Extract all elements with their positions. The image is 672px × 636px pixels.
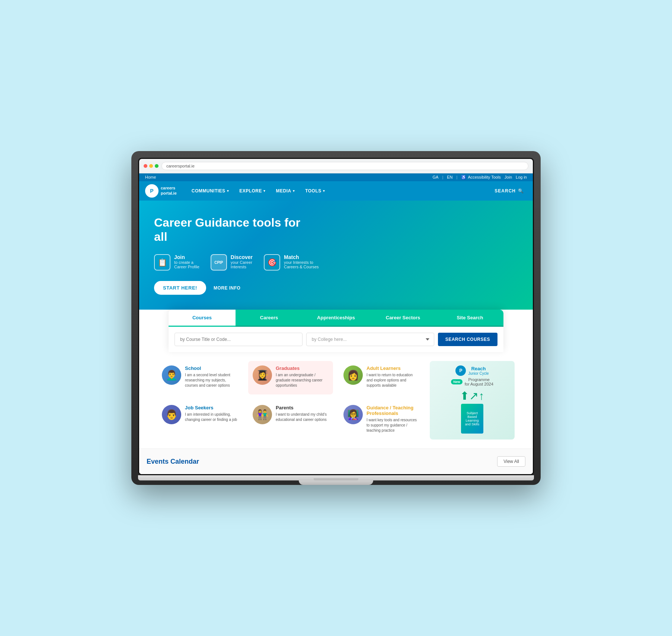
tab-site-search[interactable]: Site Search	[436, 310, 503, 327]
join-desc: to create aCareer Profile	[174, 260, 199, 269]
logo-text: careersportal.ie	[161, 186, 177, 195]
tabs-container: Courses Careers Apprenticeships Career S…	[169, 310, 503, 352]
programme-label: Programmefor August 2024	[465, 377, 493, 386]
nav-items: COMMUNITIES ▾ EXPLORE ▾ MEDIA ▾ TooLS ▾	[186, 183, 492, 199]
graduate-icon: 👩‍🎓	[256, 370, 268, 381]
more-info-link[interactable]: MORE INFO	[214, 285, 241, 291]
discover-label: Discover	[231, 254, 253, 260]
guidance-desc: I want key tools and resources to suppor…	[367, 418, 419, 433]
reach-logo: P	[455, 365, 466, 376]
school-title: School	[185, 365, 238, 371]
nav-communities[interactable]: COMMUNITIES ▾	[186, 183, 234, 199]
guidance-avatar: 👩‍🏫	[343, 405, 363, 424]
match-icon: 🎯	[264, 254, 280, 271]
wheelchair-icon: ♿	[461, 175, 466, 180]
tab-careers[interactable]: Careers	[236, 310, 303, 327]
cards-grid: 👨‍🦱 School I am a second level student r…	[157, 361, 515, 440]
join-icon: 📋	[154, 254, 170, 271]
minimize-dot[interactable]	[149, 164, 153, 168]
tabs: Courses Careers Apprenticeships Career S…	[169, 310, 503, 327]
reach-title: Reach	[468, 366, 489, 371]
graduates-desc: I am an undergraduate / graduate researc…	[276, 373, 329, 388]
search-row: by College here... SEARCH COURSES	[169, 327, 503, 352]
person-icon: 👨‍🦱	[166, 370, 177, 381]
tab-courses[interactable]: Courses	[169, 310, 236, 327]
utility-bar: Home GA | EN | ♿ Accessibility Tools Joi…	[139, 173, 533, 181]
logo-circle: P	[145, 184, 159, 198]
browser-dots	[144, 164, 159, 168]
adult-desc: I want to return to education and explor…	[367, 373, 419, 388]
website: Home GA | EN | ♿ Accessibility Tools Joi…	[139, 173, 533, 474]
laptop-base	[138, 475, 534, 480]
reach-card[interactable]: P Reach Junior Cycle New Programmefor Au…	[430, 361, 515, 440]
nav-media[interactable]: MEDIA ▾	[271, 183, 300, 199]
jobseeker-desc: I am interested in upskilling, changing …	[185, 412, 238, 422]
en-link[interactable]: EN	[447, 175, 452, 179]
graduates-card[interactable]: 👩‍🎓 Graduates I am an undergraduate / gr…	[248, 361, 333, 394]
join-link[interactable]: Join	[505, 175, 512, 179]
jobseeker-title: Job Seekers	[185, 405, 238, 410]
teacher-icon: 👩‍🏫	[347, 409, 359, 421]
jobseeker-icon: 👨	[166, 409, 177, 421]
hero-features: 📋 Join to create aCareer Profile CPIP Di…	[154, 254, 518, 271]
adult-learners-card[interactable]: 👩 Adult Learners I want to return to edu…	[339, 361, 424, 394]
ga-link[interactable]: GA	[432, 175, 438, 179]
cpip-icon: CPIP	[211, 254, 227, 271]
adult-avatar: 👩	[343, 365, 363, 385]
view-all-button[interactable]: View All	[497, 456, 525, 467]
url-bar[interactable]: careersportal.ie	[161, 162, 528, 170]
reach-graphic: Subject Based Learning and Skills	[461, 404, 483, 434]
maximize-dot[interactable]	[155, 164, 159, 168]
adult-icon: 👩	[347, 370, 359, 381]
match-label: Match	[284, 254, 319, 260]
college-select[interactable]: by College here...	[306, 333, 434, 346]
junior-cycle-label: Junior Cycle	[468, 371, 489, 375]
accessibility-button[interactable]: ♿ Accessibility Tools	[461, 175, 500, 180]
graduates-title: Graduates	[276, 365, 329, 371]
adult-title: Adult Learners	[367, 365, 419, 371]
search-icon: 🔍	[518, 188, 524, 194]
chevron-down-icon: ▾	[293, 189, 295, 193]
tab-career-sectors[interactable]: Career Sectors	[369, 310, 436, 327]
close-dot[interactable]	[144, 164, 147, 168]
job-seekers-card[interactable]: 👨 Job Seekers I am interested in upskill…	[157, 400, 242, 440]
arrows-icon: ⬆↗↑	[451, 389, 493, 402]
events-section: Events Calendar View All	[139, 448, 533, 474]
search-courses-button[interactable]: SEARCH COURSES	[438, 333, 497, 346]
parents-title: Parents	[276, 405, 329, 410]
match-desc: your Interests toCareers & Courses	[284, 260, 319, 269]
laptop-stand	[299, 480, 373, 485]
tab-apprenticeships[interactable]: Apprenticeships	[303, 310, 369, 327]
search-button[interactable]: SEARCH 🔍	[492, 185, 527, 196]
login-link[interactable]: Log in	[516, 175, 527, 179]
course-search-input[interactable]	[175, 333, 303, 346]
hero-feature-join: 📋 Join to create aCareer Profile	[154, 254, 199, 271]
school-avatar: 👨‍🦱	[162, 365, 181, 385]
school-desc: I am a second level student researching …	[185, 373, 238, 388]
start-here-button[interactable]: START HERE!	[154, 281, 206, 295]
nav-explore[interactable]: EXPLORE ▾	[234, 183, 271, 199]
parents-desc: I want to understand my child's educatio…	[276, 412, 329, 422]
parents-card[interactable]: 👫 Parents I want to understand my child'…	[248, 400, 333, 440]
guidance-card[interactable]: 👩‍🏫 Guidance / Teaching Professionals I …	[339, 400, 424, 440]
parents-avatar: 👫	[253, 405, 272, 424]
utility-right: GA | EN | ♿ Accessibility Tools Join Log…	[432, 175, 527, 180]
school-card[interactable]: 👨‍🦱 School I am a second level student r…	[157, 361, 242, 394]
home-link[interactable]: Home	[145, 175, 156, 179]
cards-section: 👨‍🦱 School I am a second level student r…	[139, 352, 533, 448]
discover-desc: your CareerInterests	[231, 260, 253, 269]
main-nav: P careersportal.ie COMMUNITIES ▾ EXPLORE…	[139, 181, 533, 201]
chevron-down-icon: ▾	[263, 189, 266, 193]
hero-feature-discover: CPIP Discover your CareerInterests	[211, 254, 253, 271]
hero-title: Career Guidance tools for all	[154, 215, 303, 244]
nav-tools[interactable]: TooLS ▾	[300, 183, 330, 199]
guidance-title: Guidance / Teaching Professionals	[367, 405, 419, 416]
hero-feature-match: 🎯 Match your Interests toCareers & Cours…	[264, 254, 319, 271]
logo[interactable]: P careersportal.ie	[145, 181, 183, 201]
join-label: Join	[174, 254, 199, 260]
events-title: Events Calendar	[147, 458, 199, 466]
chevron-down-icon: ▾	[323, 189, 325, 193]
hero-section: Career Guidance tools for all 📋 Join to …	[139, 201, 533, 325]
new-badge: New	[451, 379, 463, 384]
tab-section: Courses Careers Apprenticeships Career S…	[139, 310, 533, 352]
